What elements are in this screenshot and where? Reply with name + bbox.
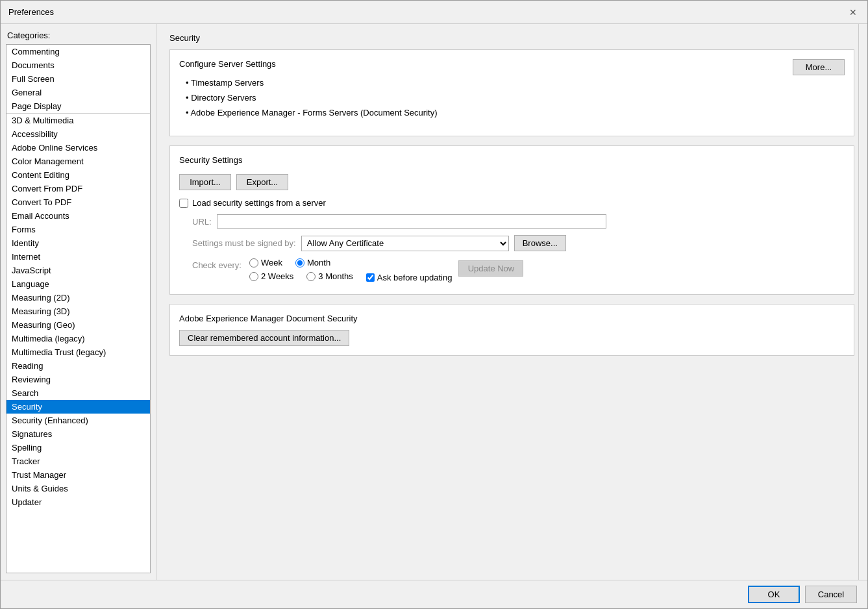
radio-week[interactable] <box>249 258 258 267</box>
configure-server-section: Configure Server Settings • Timestamp Se… <box>169 49 854 136</box>
categories-list[interactable]: CommentingDocumentsFull ScreenGeneralPag… <box>6 44 151 573</box>
import-button[interactable]: Import... <box>179 174 231 190</box>
cat-item-identity[interactable]: Identity <box>6 236 150 250</box>
import-export-row: Import... Export... <box>179 174 845 190</box>
security-settings-section: Security Settings Import... Export... Lo… <box>169 145 854 295</box>
dialog-title: Preferences <box>8 7 54 17</box>
cat-item-multimedia-trust-legacy[interactable]: Multimedia Trust (legacy) <box>6 345 150 359</box>
radio-month-label: Month <box>307 258 330 267</box>
right-panel-wrapper: Security Configure Server Settings • Tim… <box>156 24 867 580</box>
categories-label: Categories: <box>1 31 156 44</box>
cat-item-language[interactable]: Language <box>6 277 150 291</box>
radio-2weeks-item: 2 Weeks <box>249 270 293 282</box>
update-now-button[interactable]: Update Now <box>458 260 523 277</box>
cat-item-convert-to-pdf[interactable]: Convert To PDF <box>6 195 150 209</box>
url-row: URL: <box>179 214 845 229</box>
configure-server-title: Configure Server Settings <box>179 59 437 69</box>
cat-item-units-guides[interactable]: Units & Guides <box>6 482 150 495</box>
title-bar: Preferences ✕ <box>1 1 867 24</box>
server-item: • Timestamp Servers <box>186 75 437 90</box>
radio-week-label: Week <box>261 258 282 267</box>
dialog-footer: OK Cancel <box>1 580 867 608</box>
right-scrollbar <box>858 24 867 580</box>
radio-2weeks-label: 2 Weeks <box>261 271 293 281</box>
cat-item-updater[interactable]: Updater <box>6 495 150 509</box>
signed-by-select[interactable]: Allow Any Certificate <box>301 236 509 251</box>
radio-week-item: Week <box>249 258 282 267</box>
ok-button[interactable]: OK <box>748 586 800 603</box>
cat-item-security-enhanced[interactable]: Security (Enhanced) <box>6 414 150 427</box>
cat-item-email-accounts[interactable]: Email Accounts <box>6 209 150 223</box>
cat-item-multimedia-legacy[interactable]: Multimedia (legacy) <box>6 332 150 345</box>
cat-item-spelling[interactable]: Spelling <box>6 441 150 454</box>
cat-item-forms[interactable]: Forms <box>6 223 150 236</box>
cat-item-tracker[interactable]: Tracker <box>6 454 150 468</box>
cat-item-internet[interactable]: Internet <box>6 250 150 264</box>
cat-item-documents[interactable]: Documents <box>6 58 150 72</box>
check-every-label: Check every: <box>192 258 244 270</box>
cat-item-color-management[interactable]: Color Management <box>6 155 150 168</box>
cancel-button[interactable]: Cancel <box>805 586 857 603</box>
cat-item-reviewing[interactable]: Reviewing <box>6 373 150 386</box>
radio-month-item: Month <box>295 258 330 267</box>
check-every-section: Check every: Week <box>179 258 845 282</box>
check-every-row: Check every: Week <box>179 258 452 282</box>
cat-item-3d-multimedia[interactable]: 3D & Multimedia <box>6 113 150 127</box>
clear-button[interactable]: Clear remembered account information... <box>179 330 349 346</box>
cat-item-full-screen[interactable]: Full Screen <box>6 72 150 86</box>
section-title: Security <box>169 33 854 43</box>
aemd-title: Adobe Experience Manager Document Securi… <box>179 314 845 323</box>
right-panel: Security Configure Server Settings • Tim… <box>156 24 867 374</box>
cat-item-reading[interactable]: Reading <box>6 359 150 373</box>
cat-item-security[interactable]: Security <box>6 400 150 414</box>
ask-before-checkbox[interactable] <box>366 273 375 282</box>
cat-item-measuring-geo[interactable]: Measuring (Geo) <box>6 318 150 332</box>
dialog-body: Categories: CommentingDocumentsFull Scre… <box>1 24 867 580</box>
cat-item-search[interactable]: Search <box>6 386 150 400</box>
server-item: • Directory Servers <box>186 90 437 105</box>
cat-item-commenting[interactable]: Commenting <box>6 45 150 58</box>
cat-item-content-editing[interactable]: Content Editing <box>6 168 150 182</box>
radio-2weeks[interactable] <box>249 272 258 281</box>
update-now-col: Update Now <box>458 258 523 277</box>
browse-button[interactable]: Browse... <box>514 235 566 251</box>
server-item: • Adobe Experience Manager - Forms Serve… <box>186 105 437 120</box>
left-panel: Categories: CommentingDocumentsFull Scre… <box>1 24 156 580</box>
radio-3months-label: 3 Months <box>318 271 353 281</box>
cat-item-trust-manager[interactable]: Trust Manager <box>6 468 150 482</box>
url-input[interactable] <box>217 214 606 229</box>
radio-month[interactable] <box>295 258 304 267</box>
load-settings-row: Load security settings from a server <box>179 198 845 208</box>
configure-server-header: Configure Server Settings • Timestamp Se… <box>179 59 845 127</box>
ask-before-row: Ask before updating <box>366 273 453 282</box>
signed-by-row: Settings must be signed by: Allow Any Ce… <box>179 235 845 251</box>
preferences-dialog: Preferences ✕ Categories: CommentingDocu… <box>0 0 868 609</box>
ask-before-label: Ask before updating <box>377 273 453 282</box>
radio-3months[interactable] <box>306 272 316 281</box>
more-button[interactable]: More... <box>793 59 845 75</box>
security-settings-title: Security Settings <box>179 155 845 165</box>
cat-item-accessibility[interactable]: Accessibility <box>6 127 150 141</box>
export-button[interactable]: Export... <box>236 174 288 190</box>
close-button[interactable]: ✕ <box>847 6 860 19</box>
cat-item-signatures[interactable]: Signatures <box>6 427 150 441</box>
server-items-list: • Timestamp Servers• Directory Servers• … <box>179 75 437 120</box>
cat-item-javascript[interactable]: JavaScript <box>6 264 150 277</box>
cat-item-adobe-online-services[interactable]: Adobe Online Services <box>6 141 150 155</box>
load-settings-checkbox[interactable] <box>179 199 188 208</box>
aemd-section: Adobe Experience Manager Document Securi… <box>169 304 854 356</box>
cat-item-general[interactable]: General <box>6 86 150 99</box>
cat-item-measuring-3d[interactable]: Measuring (3D) <box>6 304 150 318</box>
load-settings-label: Load security settings from a server <box>192 198 326 208</box>
security-settings-inner: Import... Export... Load security settin… <box>179 171 845 285</box>
cat-item-measuring-2d[interactable]: Measuring (2D) <box>6 291 150 304</box>
cat-item-page-display[interactable]: Page Display <box>6 99 150 113</box>
signed-by-label: Settings must be signed by: <box>192 238 296 248</box>
radio-3months-item: 3 Months <box>306 270 353 282</box>
url-label: URL: <box>192 217 212 227</box>
cat-item-convert-from-pdf[interactable]: Convert From PDF <box>6 182 150 195</box>
